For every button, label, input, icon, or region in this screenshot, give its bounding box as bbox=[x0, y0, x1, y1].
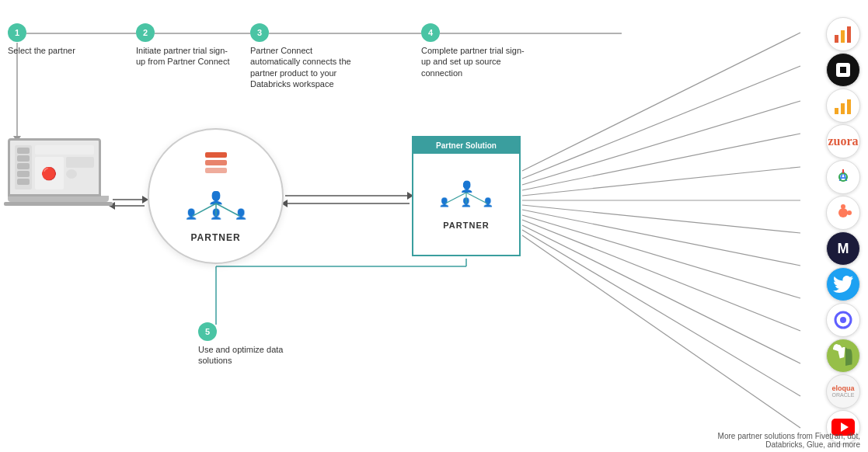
hub-spoke-diagram: 👤 👤 👤 👤 bbox=[185, 186, 247, 229]
google-ads-icon: A bbox=[826, 160, 860, 194]
svg-line-33 bbox=[193, 203, 216, 216]
svg-line-16 bbox=[522, 101, 800, 185]
svg-line-23 bbox=[522, 220, 800, 331]
svg-rect-32 bbox=[205, 168, 227, 173]
svg-rect-40 bbox=[841, 30, 845, 43]
svg-line-22 bbox=[522, 215, 800, 298]
step-3-label: Partner Connect automatically connects t… bbox=[250, 45, 359, 89]
step-3-circle: 3 bbox=[250, 23, 269, 42]
svg-line-21 bbox=[522, 210, 800, 266]
ps-hub-spoke: 👤 👤 👤 👤 bbox=[439, 179, 493, 217]
svg-line-18 bbox=[522, 167, 800, 196]
svg-rect-45 bbox=[841, 103, 845, 114]
svg-line-26 bbox=[522, 235, 800, 428]
svg-line-24 bbox=[522, 225, 800, 363]
svg-line-35 bbox=[216, 203, 239, 216]
step-2-label: Initiate partner trial sign-up from Part… bbox=[136, 45, 233, 68]
twitter-icon bbox=[826, 267, 860, 301]
shopify-icon bbox=[826, 339, 860, 373]
partner-solution-box: Partner Solution 👤 👤 👤 👤 PARTNER bbox=[412, 136, 521, 256]
partner-circle-label: PARTNER bbox=[190, 232, 240, 243]
bottom-label: More partner solutions from Fivetran, db… bbox=[705, 432, 860, 449]
svg-rect-41 bbox=[847, 26, 851, 43]
partner-solution-body: 👤 👤 👤 👤 PARTNER bbox=[413, 154, 519, 255]
svg-text:M: M bbox=[838, 241, 849, 256]
partner-solution-header: Partner Solution bbox=[413, 137, 519, 154]
svg-line-25 bbox=[522, 230, 800, 396]
svg-line-14 bbox=[522, 33, 800, 171]
step-1-circle: 1 bbox=[8, 23, 26, 42]
step-2-circle: 2 bbox=[136, 23, 155, 42]
svg-rect-43 bbox=[840, 67, 846, 73]
step-5-circle: 5 bbox=[198, 322, 217, 341]
step-4-label: Complete partner trial sign-up and set u… bbox=[421, 45, 530, 78]
outreach-icon bbox=[826, 303, 860, 337]
step-1-label: Select the partner bbox=[8, 45, 75, 56]
svg-line-38 bbox=[466, 193, 487, 203]
bar-chart-orange-icon bbox=[826, 89, 860, 123]
square-icon bbox=[826, 53, 860, 87]
svg-rect-31 bbox=[205, 160, 227, 165]
mixpanel-icon: M bbox=[826, 231, 860, 266]
svg-rect-46 bbox=[847, 99, 851, 114]
analytics-icon bbox=[826, 17, 860, 51]
step-5-label: Use and optimize data solutions bbox=[198, 344, 291, 367]
svg-line-15 bbox=[522, 66, 800, 179]
svg-rect-30 bbox=[205, 152, 227, 158]
zuora-icon: zuora bbox=[826, 124, 860, 158]
diagram-container: 1 Select the partner 2 Initiate partner … bbox=[0, 0, 868, 452]
fivetran-logo bbox=[202, 149, 230, 180]
step-4-circle: 4 bbox=[421, 23, 440, 42]
eloqua-icon: eloqua ORACLE bbox=[826, 374, 860, 409]
svg-line-17 bbox=[522, 134, 800, 190]
svg-rect-44 bbox=[835, 108, 838, 114]
svg-point-51 bbox=[838, 208, 848, 217]
svg-line-36 bbox=[445, 193, 466, 203]
svg-line-20 bbox=[522, 205, 800, 233]
laptop: 🔴 bbox=[8, 138, 109, 208]
svg-rect-39 bbox=[835, 35, 838, 43]
partner-circle: 👤 👤 👤 👤 PARTNER bbox=[148, 128, 284, 264]
ps-label: PARTNER bbox=[443, 221, 489, 230]
svg-point-58 bbox=[840, 317, 846, 323]
hubspot-icon bbox=[826, 196, 860, 230]
